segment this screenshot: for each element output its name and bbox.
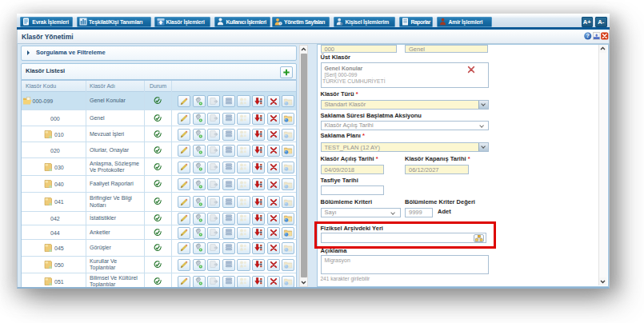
svg-text:?: ? [586, 33, 590, 39]
